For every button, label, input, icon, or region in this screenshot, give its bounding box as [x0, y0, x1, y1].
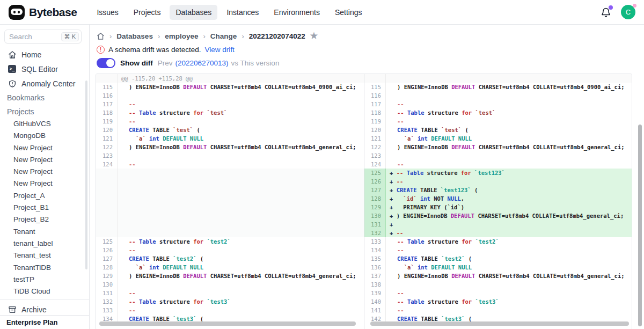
sidebar-item-archive[interactable]: Archive: [3, 302, 86, 317]
diff-line-old-124: 124--: [96, 160, 364, 169]
nav-item-environments[interactable]: Environments: [268, 5, 326, 20]
search-box[interactable]: ⌘ K: [4, 30, 82, 43]
brand-name: Bytebase: [29, 6, 77, 19]
code-text: -- Table structure for `test3`: [386, 297, 632, 306]
show-diff-toggle[interactable]: [97, 58, 115, 68]
code-text: + -- Table structure for `test123`: [386, 169, 632, 177]
diff-line-new-122: 122) ENGINE=InnoDB DEFAULT CHARSET=utf8m…: [364, 143, 632, 151]
line-number: 121: [364, 134, 386, 143]
line-number: [364, 74, 386, 83]
sidebar-project-tenanttidb[interactable]: TenantTiDB: [0, 262, 85, 274]
left-horizontal-scrollbar[interactable]: [99, 321, 356, 326]
sidebar-project-githubvcs[interactable]: GitHubVCS: [0, 118, 85, 130]
line-number: [96, 220, 118, 229]
anomaly-center-icon: [8, 79, 17, 88]
sidebar-project-new-project[interactable]: New Project: [0, 142, 85, 154]
code-text: -- Table structure for `test`: [118, 108, 364, 117]
sidebar-project-new-project[interactable]: New Project: [0, 166, 85, 178]
show-diff-label: Show diff: [120, 59, 153, 67]
line-number: 122: [96, 143, 118, 151]
main-content: › Databases › employee › Change › 202212…: [90, 25, 644, 329]
prev-version-link[interactable]: (202206270013): [175, 59, 229, 67]
search-input[interactable]: [9, 33, 56, 41]
sidebar-item-label: Anomaly Center: [21, 79, 75, 88]
line-number: 140: [364, 297, 386, 306]
diff-line-old-118: 118-- Table structure for `test`: [96, 108, 364, 117]
breadcrumb-home-icon[interactable]: [97, 32, 105, 40]
sidebar-project-tenant[interactable]: Tenant: [0, 226, 85, 238]
code-text: --: [386, 306, 632, 315]
diff-line-new-117: 117--: [364, 100, 632, 108]
diff-line-old-116: 116: [96, 91, 364, 100]
sidebar-project-new-project[interactable]: New Project: [0, 178, 85, 189]
code-text: [118, 194, 364, 203]
line-number: 124: [364, 160, 386, 169]
line-number: 128: [96, 263, 118, 272]
line-number: 123: [96, 151, 118, 160]
sidebar-project-tenant_label[interactable]: tenant_label: [0, 238, 85, 250]
sidebar-project-project_a[interactable]: Project_A: [0, 190, 85, 202]
breadcrumb-item-databases[interactable]: Databases: [116, 32, 153, 40]
sidebar-item-anomaly-center[interactable]: Anomaly Center: [3, 76, 86, 91]
sidebar-project-tenant_test[interactable]: Tenant_test: [0, 250, 85, 261]
diff-line-old-125: 125-- Table structure for `test2`: [96, 237, 364, 246]
code-text: --: [386, 289, 632, 297]
code-text: `a` int DEFAULT NULL: [386, 263, 632, 272]
star-icon[interactable]: ★: [310, 32, 318, 40]
page-vertical-scrollbar[interactable]: [638, 125, 642, 326]
line-number: 117: [364, 100, 386, 108]
diff-toggle-row: Show diff Prev (202206270013) vs This ve…: [97, 58, 279, 68]
nav-item-projects[interactable]: Projects: [128, 5, 167, 20]
line-number: 131: [364, 220, 386, 229]
diff-filler-line: [96, 211, 364, 220]
line-number: [96, 169, 118, 177]
view-drift-link[interactable]: View drift: [205, 46, 235, 54]
sidebar-section-projects[interactable]: Projects: [7, 107, 34, 116]
sidebar-project-tidb-cloud[interactable]: TiDB Cloud: [0, 286, 85, 297]
plan-badge: Enterprise Plan: [0, 315, 89, 329]
nav-item-instances[interactable]: Instances: [221, 5, 265, 20]
diff-filler-line: [96, 169, 364, 177]
line-number: [96, 74, 118, 83]
line-number: 120: [364, 126, 386, 134]
diff-line-old-119: 119--: [96, 117, 364, 126]
sidebar-project-project_b1[interactable]: Project_B1: [0, 202, 85, 214]
avatar[interactable]: C: [621, 5, 635, 19]
sidebar-project-mongodb[interactable]: MongoDB: [0, 130, 85, 142]
diff-line-old-126: 126--: [96, 246, 364, 254]
breadcrumb-item-change[interactable]: Change: [210, 32, 237, 40]
sidebar-section-bookmarks[interactable]: Bookmarks: [7, 93, 45, 102]
nav-item-databases[interactable]: Databases: [170, 5, 217, 20]
sidebar-project-testtp[interactable]: testTP: [0, 274, 85, 286]
notifications-bell-icon[interactable]: [601, 7, 611, 18]
nav-item-issues[interactable]: Issues: [91, 5, 124, 20]
diff-line-new-118: 118-- Table structure for `test`: [364, 108, 632, 117]
diff-line-new-115: 115) ENGINE=InnoDB DEFAULT CHARSET=utf8m…: [364, 83, 632, 91]
line-number: 119: [96, 117, 118, 126]
diff-line-old-129: 129) ENGINE=InnoDB DEFAULT CHARSET=utf8m…: [96, 272, 364, 280]
right-horizontal-scrollbar[interactable]: [370, 321, 629, 326]
sidebar-project-new-project[interactable]: New Project: [0, 154, 85, 166]
diff-line-new-133: 133-- Table structure for `test2`: [364, 237, 632, 246]
code-text: [118, 91, 364, 100]
breadcrumb-separator: ›: [158, 32, 160, 40]
breadcrumb-item-employee[interactable]: employee: [165, 32, 198, 40]
line-number: 130: [364, 211, 386, 220]
diff-line-new-132: 132+ --: [364, 229, 632, 237]
sidebar-scrollbar[interactable]: [85, 81, 87, 269]
sidebar-divider: [0, 299, 89, 299]
sidebar-item-sql-editor[interactable]: >_ SQL Editor: [3, 62, 86, 76]
code-text: --: [118, 160, 364, 169]
sidebar-item-home[interactable]: Home: [3, 47, 86, 62]
top-right: C: [601, 5, 635, 19]
code-text: `a` int DEFAULT NULL: [118, 134, 364, 143]
sidebar-project-project_b2[interactable]: Project_B2: [0, 214, 85, 225]
diff-line-new-120: 120CREATE TABLE `test` (: [364, 126, 632, 134]
breadcrumb-separator: ›: [203, 32, 206, 40]
breadcrumb-separator: ›: [241, 32, 244, 40]
code-text: ) ENGINE=InnoDB DEFAULT CHARSET=utf8mb4 …: [118, 143, 364, 151]
diff-line-new-125: 125+ -- Table structure for `test123`: [364, 169, 632, 177]
diff-line-new-140: 140-- Table structure for `test3`: [364, 297, 632, 306]
brand[interactable]: Bytebase: [9, 5, 77, 20]
nav-item-settings[interactable]: Settings: [329, 5, 368, 20]
